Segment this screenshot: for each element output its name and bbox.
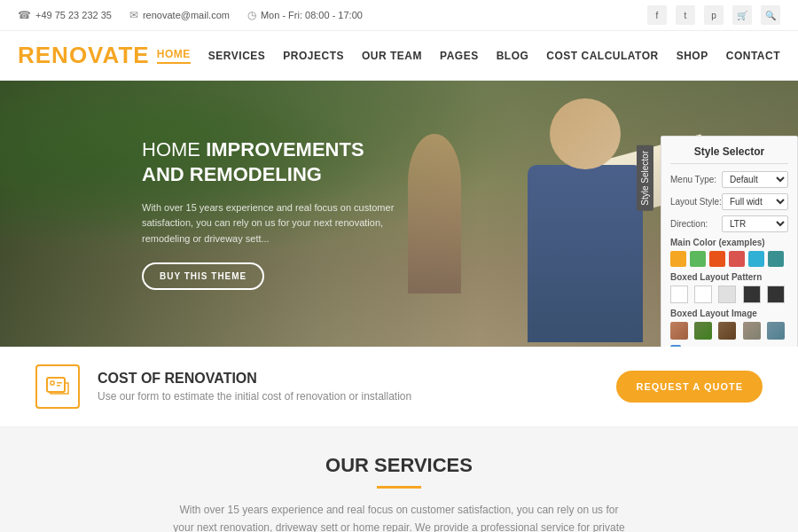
swatch-orange[interactable] <box>709 251 725 267</box>
pattern-dark-2[interactable] <box>767 286 785 303</box>
swatch-teal[interactable] <box>768 251 784 267</box>
hero-title: HOME IMPROVEMENTS AND REMODELING <box>142 137 408 188</box>
nav-links: HOME SERVICES PROJECTS OUR TEAM PAGES BL… <box>157 48 780 64</box>
pinterest-icon[interactable]: p <box>704 5 724 25</box>
boxed-image-label: Boxed Layout Image <box>670 309 788 318</box>
nav-services[interactable]: SERVICES <box>208 50 265 62</box>
renovation-icon <box>35 364 80 409</box>
img-box-3[interactable] <box>718 322 736 340</box>
hero-figure-background <box>408 134 461 293</box>
hours-item: ◷ Mon - Fri: 08:00 - 17:00 <box>247 9 363 21</box>
menu-type-select[interactable]: Default Sticky <box>722 171 788 188</box>
cost-icon-svg <box>45 374 70 399</box>
main-nav: RENOVATE HOME SERVICES PROJECTS OUR TEAM… <box>0 31 798 81</box>
logo[interactable]: RENOVATE <box>18 42 150 69</box>
hero-person-body <box>528 165 643 342</box>
overlay-row: ✓ Overlay <box>670 345 788 347</box>
twitter-icon[interactable]: t <box>676 5 695 25</box>
renovation-left: COST OF RENOVATION Use our form to estim… <box>35 364 411 409</box>
direction-label: Direction: <box>670 219 708 229</box>
svg-rect-2 <box>57 382 62 384</box>
menu-type-row: Menu Type: Default Sticky <box>670 171 788 188</box>
request-quote-button[interactable]: REQUEST A QUOTE <box>616 371 763 403</box>
layout-style-label: Layout Style: <box>670 197 722 207</box>
hero-title-part1: HOME <box>142 138 206 160</box>
swatch-green[interactable] <box>690 251 706 267</box>
layout-style-select[interactable]: Full widt Boxed <box>722 193 788 210</box>
style-selector-tab[interactable]: Style Selector <box>637 145 653 211</box>
direction-select[interactable]: LTR RTL <box>722 215 788 232</box>
top-bar: ☎ +49 75 23 232 35 ✉ renovate@mail.com ◷… <box>0 0 798 31</box>
cart-icon[interactable]: 🛒 <box>732 5 752 25</box>
search-icon[interactable]: 🔍 <box>761 5 780 25</box>
color-swatches <box>670 251 788 267</box>
hero-description: With over 15 years experience and real f… <box>142 200 408 247</box>
pattern-white-2[interactable] <box>694 286 712 303</box>
phone-item: ☎ +49 75 23 232 35 <box>18 9 112 21</box>
nav-calculator[interactable]: COST CALCULATOR <box>546 50 658 62</box>
menu-type-label: Menu Type: <box>670 175 716 184</box>
hero-section: HOME IMPROVEMENTS AND REMODELING With ov… <box>0 81 798 347</box>
renovation-desc: Use our form to estimate the initial cos… <box>98 390 411 403</box>
email-address: renovate@mail.com <box>143 10 230 20</box>
hero-person-head <box>550 98 621 169</box>
nav-home[interactable]: HOME <box>157 48 191 64</box>
top-bar-left: ☎ +49 75 23 232 35 ✉ renovate@mail.com ◷… <box>18 9 363 21</box>
direction-row: Direction: LTR RTL <box>670 215 788 232</box>
nav-shop[interactable]: SHOP <box>677 50 708 62</box>
img-box-4[interactable] <box>743 322 761 340</box>
pattern-white-1[interactable] <box>670 286 688 303</box>
style-selector-panel: Style Selector Style Selector Menu Type:… <box>661 136 798 347</box>
top-bar-right: f t p 🛒 🔍 <box>647 5 780 25</box>
swatch-yellow[interactable] <box>670 251 686 267</box>
services-divider <box>377 486 421 489</box>
email-icon: ✉ <box>129 9 138 21</box>
pattern-grid <box>670 286 788 303</box>
swatch-cyan[interactable] <box>748 251 764 267</box>
facebook-icon[interactable]: f <box>647 5 667 25</box>
nav-projects[interactable]: PROJECTS <box>283 50 344 62</box>
phone-icon: ☎ <box>18 9 31 21</box>
renovation-text: COST OF RENOVATION Use our form to estim… <box>98 371 411 403</box>
swatch-red[interactable] <box>729 251 745 267</box>
img-box-5[interactable] <box>767 322 785 340</box>
nav-contact[interactable]: CONTACT <box>726 50 780 62</box>
pattern-dark-1[interactable] <box>743 286 761 303</box>
svg-rect-0 <box>47 378 65 392</box>
renovation-title: COST OF RENOVATION <box>98 371 411 387</box>
nav-blog[interactable]: BLOG <box>497 50 529 62</box>
img-box-2[interactable] <box>694 322 712 340</box>
services-title: OUR SERVICES <box>35 454 763 477</box>
image-grid <box>670 322 788 340</box>
img-box-1[interactable] <box>670 322 688 340</box>
services-section: OUR SERVICES With over 15 years experien… <box>0 427 798 532</box>
layout-style-row: Layout Style: Full widt Boxed <box>670 193 788 210</box>
renovation-section: COST OF RENOVATION Use our form to estim… <box>0 347 798 427</box>
nav-pages[interactable]: PAGES <box>440 50 479 62</box>
style-selector-title: Style Selector <box>670 145 788 164</box>
main-color-label: Main Color (examples) <box>670 238 788 247</box>
nav-team[interactable]: OUR TEAM <box>362 50 422 62</box>
services-description: With over 15 years experience and real f… <box>168 501 630 532</box>
buy-theme-button[interactable]: BUY THIS THEME <box>142 262 264 290</box>
overlay-checkbox[interactable]: ✓ <box>670 345 681 347</box>
email-item: ✉ renovate@mail.com <box>129 9 230 21</box>
boxed-pattern-label: Boxed Layout Pattern <box>670 272 788 282</box>
hero-content: HOME IMPROVEMENTS AND REMODELING With ov… <box>142 137 408 291</box>
svg-rect-1 <box>51 381 54 385</box>
business-hours: Mon - Fri: 08:00 - 17:00 <box>261 10 363 20</box>
phone-number: +49 75 23 232 35 <box>35 10 112 20</box>
svg-rect-3 <box>57 385 60 387</box>
clock-icon: ◷ <box>247 9 256 21</box>
pattern-light-1[interactable] <box>718 286 736 303</box>
overlay-label: Overlay <box>685 346 716 348</box>
